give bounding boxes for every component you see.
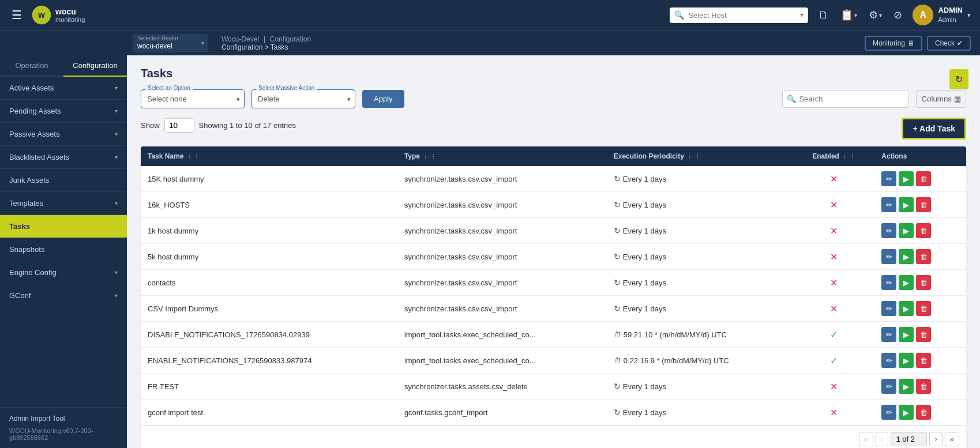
delete-button[interactable]: 🗑 [916, 249, 931, 264]
edit-button[interactable]: ✏ [881, 197, 896, 212]
delete-button[interactable]: 🗑 [916, 379, 931, 394]
select-action-dropdown[interactable]: Delete [251, 89, 355, 108]
tab-operation[interactable]: Operation [0, 55, 63, 76]
exec-sort-icon[interactable]: ↕ [688, 153, 691, 160]
run-button[interactable]: ▶ [899, 275, 914, 290]
breadcrumb-link-2[interactable]: Configuration [270, 35, 311, 43]
sidebar-item-active-assets[interactable]: Active Assets ▾ [0, 77, 127, 100]
select-action-label: Select Massive Action [256, 85, 317, 91]
show-count: Showing 1 to 10 of 17 entries [199, 121, 296, 130]
enabled-menu-icon[interactable]: ⋮ [850, 153, 855, 160]
hamburger-button[interactable]: ☰ [9, 6, 24, 24]
type-sort-icon[interactable]: ↕ [424, 153, 427, 160]
sidebar-item-pending-assets[interactable]: Pending Assets ▾ [0, 100, 127, 123]
edit-button[interactable]: ✏ [881, 353, 896, 368]
sidebar-item-junk-assets[interactable]: Junk Assets [0, 169, 127, 192]
cell-enabled: ✓ [793, 348, 874, 374]
edit-button[interactable]: ✏ [881, 171, 896, 186]
pagination-next-button[interactable]: › [929, 432, 942, 446]
check-button[interactable]: Check ✔ [927, 36, 971, 51]
cell-enabled: ✕ [793, 296, 874, 322]
host-search-input[interactable] [670, 7, 808, 23]
cell-task-name: 16k_HOSTS [141, 192, 397, 218]
sidebar-item-blacklisted-assets[interactable]: Blacklisted Assets ▾ [0, 146, 127, 169]
delete-button[interactable]: 🗑 [916, 301, 931, 316]
delete-button[interactable]: 🗑 [916, 405, 931, 420]
sync-icon: ↻ [614, 174, 621, 183]
main-layout: Operation Configuration Active Assets ▾ … [0, 55, 980, 448]
run-button[interactable]: ▶ [899, 223, 914, 238]
pagination-page-select[interactable]: 1 of 2 2 of 2 [891, 432, 927, 446]
action-buttons: ✏ ▶ 🗑 [881, 301, 959, 316]
realm-selector[interactable]: Selected Realm wocu-devel ▾ [133, 34, 208, 52]
show-select[interactable]: 10 25 50 100 [164, 118, 194, 133]
delete-button[interactable]: 🗑 [916, 197, 931, 212]
task-name-menu-icon[interactable]: ⋮ [194, 153, 200, 160]
exec-menu-icon[interactable]: ⋮ [694, 153, 700, 160]
engine-config-caret-icon: ▾ [115, 269, 118, 276]
monitoring-button[interactable]: Monitoring 🖥 [865, 36, 922, 51]
enabled-sort-icon[interactable]: ↕ [843, 153, 846, 160]
edit-button[interactable]: ✏ [881, 275, 896, 290]
run-button[interactable]: ▶ [899, 197, 914, 212]
cell-task-name: ENABLE_NOTIFICATIONS_1726590833.987974 [141, 348, 397, 374]
breadcrumb-link-1[interactable]: Wocu-Devel [221, 35, 259, 43]
gear-icon-button[interactable]: ⚙ ▾ [865, 6, 885, 24]
run-button[interactable]: ▶ [899, 327, 914, 342]
realm-value: wocu-devel [133, 34, 208, 52]
top-nav-icons: 🗋 📋 ▾ ⚙ ▾ ⊘ [815, 6, 906, 24]
tab-configuration[interactable]: Configuration [63, 55, 127, 76]
pagination-last-button[interactable]: » [945, 432, 959, 446]
refresh-button[interactable]: ↻ [949, 69, 968, 89]
admin-import-link[interactable]: Admin Import Tool [9, 415, 118, 423]
sidebar-item-passive-assets[interactable]: Passive Assets ▾ [0, 123, 127, 146]
run-button[interactable]: ▶ [899, 405, 914, 420]
apply-button[interactable]: Apply [362, 90, 404, 108]
delete-button[interactable]: 🗑 [916, 171, 931, 186]
edit-button[interactable]: ✏ [881, 223, 896, 238]
page-icon-button[interactable]: 🗋 [815, 7, 832, 24]
top-navigation: ☰ W wocu monitoring 🔍 ▾ 🗋 📋 ▾ ⚙ ▾ ⊘ A AD… [0, 0, 980, 30]
admin-area[interactable]: A ADMIN Admin ▾ [913, 5, 971, 25]
delete-button[interactable]: 🗑 [916, 327, 931, 342]
edit-button[interactable]: ✏ [881, 405, 896, 420]
sidebar-item-templates[interactable]: Templates ▾ [0, 192, 127, 215]
edit-button[interactable]: ✏ [881, 301, 896, 316]
sidebar-item-snapshots[interactable]: Snapshots [0, 238, 127, 261]
task-name-sort-icon[interactable]: ↕ [188, 153, 191, 160]
sidebar-label-gconf: GConf [9, 291, 31, 300]
sidebar-item-gconf[interactable]: GConf ▾ [0, 284, 127, 307]
delete-button[interactable]: 🗑 [916, 275, 931, 290]
add-task-button[interactable]: + Add Task [902, 118, 966, 140]
edit-button[interactable]: ✏ [881, 249, 896, 264]
edit-button[interactable]: ✏ [881, 327, 896, 342]
run-button[interactable]: ▶ [899, 171, 914, 186]
enabled-check-icon: ✓ [830, 356, 838, 366]
cell-actions: ✏ ▶ 🗑 [874, 218, 966, 244]
enabled-x-icon: ✕ [830, 252, 838, 262]
calendar-icon-button[interactable]: 📋 ▾ [837, 6, 861, 24]
delete-button[interactable]: 🗑 [916, 223, 931, 238]
slash-icon-button[interactable]: ⊘ [890, 6, 906, 24]
active-assets-caret-icon: ▾ [115, 85, 118, 91]
delete-button[interactable]: 🗑 [916, 353, 931, 368]
sidebar-item-engine-config[interactable]: Engine Config ▾ [0, 261, 127, 284]
run-button[interactable]: ▶ [899, 379, 914, 394]
table-row: 5k host dummy synchronizer.tasks.csv.csv… [141, 244, 966, 270]
run-button[interactable]: ▶ [899, 249, 914, 264]
edit-button[interactable]: ✏ [881, 379, 896, 394]
sidebar-item-tasks[interactable]: Tasks [0, 215, 127, 238]
cell-actions: ✏ ▶ 🗑 [874, 296, 966, 322]
select-option-dropdown[interactable]: Select none Select all [141, 89, 245, 108]
pagination-first-button[interactable]: « [859, 432, 873, 446]
run-button[interactable]: ▶ [899, 301, 914, 316]
run-button[interactable]: ▶ [899, 353, 914, 368]
search-input[interactable] [782, 90, 909, 108]
columns-button[interactable]: Columns ▦ [916, 90, 966, 108]
sidebar-label-junk-assets: Junk Assets [9, 176, 49, 185]
type-menu-icon[interactable]: ⋮ [430, 153, 436, 160]
cell-enabled: ✕ [793, 270, 874, 296]
pagination-prev-button[interactable]: ‹ [876, 432, 888, 446]
cell-actions: ✏ ▶ 🗑 [874, 322, 966, 348]
logo-icon: W [31, 5, 52, 25]
